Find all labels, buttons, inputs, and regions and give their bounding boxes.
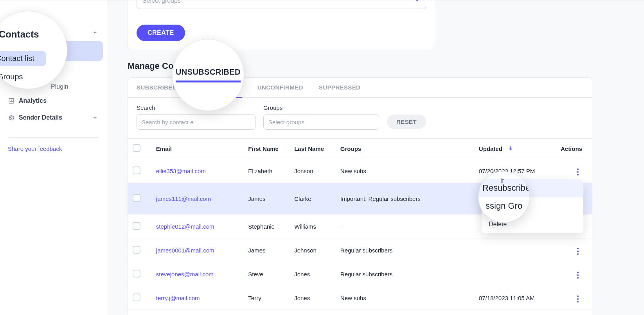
tab-unconfirmed[interactable]: UNCONFIRMED <box>257 78 303 98</box>
cell-first-name: Terry <box>243 286 290 310</box>
chevron-up-icon <box>91 29 99 36</box>
sidebar-contacts-label: Contacts <box>21 27 91 38</box>
cell-last-name: Jones <box>290 286 336 310</box>
table-row: terry.j@mail.comTerryJonesNew subs07/18/… <box>128 286 592 310</box>
sidebar-analytics-label: Analytics <box>19 97 47 104</box>
tab-subscribed[interactable]: SUBSCRIBED <box>137 78 177 98</box>
contacts-table-card: SUBSCRIBED UNSUBSCRIBED UNCONFIRMED SUPP… <box>128 77 592 315</box>
cell-first-name: James <box>243 183 290 215</box>
people-icon <box>8 28 16 37</box>
col-first-name[interactable]: First Name <box>243 139 290 159</box>
cell-last-name: Johnson <box>290 238 336 262</box>
sidebar-item-plugin[interactable]: Plugin <box>0 81 107 93</box>
row-checkbox[interactable] <box>133 222 140 230</box>
cell-updated <box>474 262 556 286</box>
chart-icon <box>8 97 15 104</box>
create-card: Select groups CREATE <box>128 0 435 50</box>
cell-last-name: Clarke <box>290 183 336 215</box>
search-input[interactable] <box>137 114 255 130</box>
table-row: stevejones@mail.comSteveJonesRegular sub… <box>128 262 592 286</box>
chevron-down-icon <box>414 0 420 5</box>
row-actions-button[interactable] <box>575 246 581 256</box>
email-link[interactable]: terry.j@mail.com <box>156 295 200 301</box>
row-checkbox[interactable] <box>133 270 140 277</box>
sidebar-sender-details-label: Sender Details <box>19 114 62 121</box>
create-button[interactable]: CREATE <box>137 25 185 41</box>
sidebar-item-contact-list[interactable]: Contact list <box>0 41 103 61</box>
sidebar: Contacts Contact list Groups Plugin Anal… <box>0 0 107 315</box>
groups-filter-placeholder: Select groups <box>268 119 304 125</box>
cell-updated: 07/18/2023 11:05 AM <box>474 286 556 310</box>
cell-groups: Important, Regular subscribers <box>336 183 474 215</box>
row-checkbox[interactable] <box>133 294 140 301</box>
reset-button[interactable]: RESET <box>387 115 426 129</box>
row-actions-button[interactable] <box>575 294 581 304</box>
email-link[interactable]: stephie012@mail.com <box>156 223 214 230</box>
menu-item-delete[interactable]: Delete <box>482 215 583 233</box>
select-all-checkbox[interactable] <box>133 144 140 152</box>
row-checkbox[interactable] <box>133 246 140 254</box>
cell-first-name: Stephanie <box>243 215 290 238</box>
col-last-name[interactable]: Last Name <box>290 139 336 159</box>
svg-point-1 <box>13 30 14 32</box>
create-select-groups[interactable]: Select groups <box>137 0 426 9</box>
cell-last-name: Smith <box>290 310 336 315</box>
sidebar-item-sender-details[interactable]: Sender Details <box>0 109 107 126</box>
cell-first-name: Elizabeth <box>243 159 290 183</box>
cell-groups: Regular subscribers <box>336 238 474 262</box>
groups-filter-select[interactable]: Select groups <box>263 114 379 130</box>
row-checkbox[interactable] <box>133 194 140 202</box>
row-actions-button[interactable] <box>575 270 581 280</box>
row-actions-button[interactable] <box>575 167 581 177</box>
cell-updated <box>474 238 556 262</box>
cell-groups: - <box>336 310 474 315</box>
cell-last-name: Jonson <box>290 159 336 183</box>
email-link[interactable]: stevejones@mail.com <box>156 271 214 277</box>
create-select-placeholder: Select groups <box>142 0 181 4</box>
cell-first-name: Steve <box>243 262 290 286</box>
groups-filter-label: Groups <box>263 104 379 111</box>
share-feedback-link[interactable]: Share your feedback <box>8 137 99 152</box>
svg-point-0 <box>10 30 13 32</box>
filters: Search Groups Select groups RESET <box>128 98 592 138</box>
email-link[interactable]: james111@mail.com <box>156 195 211 202</box>
sidebar-item-analytics[interactable]: Analytics <box>0 93 107 109</box>
table-row: stevesmith@mail.netStevenSmith-07/18/202… <box>128 310 592 315</box>
cell-groups: Regular subscribers <box>336 262 474 286</box>
cell-last-name: Jones <box>290 262 336 286</box>
cell-updated: 07/18/2023 11:04 AM <box>474 310 556 315</box>
cell-first-name: James <box>243 238 290 262</box>
table-row: james0001@mail.comJamesJohnsonRegular su… <box>128 238 592 262</box>
menu-item-assign-group[interactable]: ssign Gro <box>482 197 583 215</box>
col-updated[interactable]: Updated <box>474 139 556 159</box>
col-groups[interactable]: Groups <box>336 139 474 159</box>
row-actions-menu: Resubscribe ssign Gro Delete <box>482 179 583 233</box>
svg-point-3 <box>11 117 12 118</box>
cell-last-name: Williams <box>290 215 336 238</box>
gear-icon <box>8 114 15 121</box>
main-content: Select groups CREATE Manage Conta SUBSCR… <box>107 0 604 315</box>
search-label: Search <box>137 104 255 111</box>
sort-desc-icon <box>508 145 513 151</box>
cell-groups: New subs <box>336 159 474 183</box>
col-email[interactable]: Email <box>151 139 244 159</box>
col-actions: Actions <box>556 139 592 159</box>
cell-groups: New subs <box>336 286 474 310</box>
menu-item-resubscribe[interactable]: Resubscribe <box>482 179 583 197</box>
sidebar-item-groups[interactable]: Groups <box>0 61 103 81</box>
col-updated-label: Updated <box>479 145 502 152</box>
tabs: SUBSCRIBED UNSUBSCRIBED UNCONFIRMED SUPP… <box>128 78 592 98</box>
sidebar-section-contacts[interactable]: Contacts <box>0 24 107 41</box>
row-checkbox[interactable] <box>133 166 140 174</box>
tab-suppressed[interactable]: SUPPRESSED <box>319 78 361 98</box>
manage-contacts-title: Manage Conta <box>128 61 592 71</box>
chevron-down-icon <box>91 114 99 122</box>
cell-first-name: Steven <box>243 310 290 315</box>
cell-groups: - <box>336 215 474 238</box>
tab-unsubscribed[interactable]: UNSUBSCRIBED <box>192 78 242 98</box>
email-link[interactable]: james0001@mail.com <box>156 247 214 254</box>
email-link[interactable]: ellie353@mail.com <box>156 168 206 174</box>
